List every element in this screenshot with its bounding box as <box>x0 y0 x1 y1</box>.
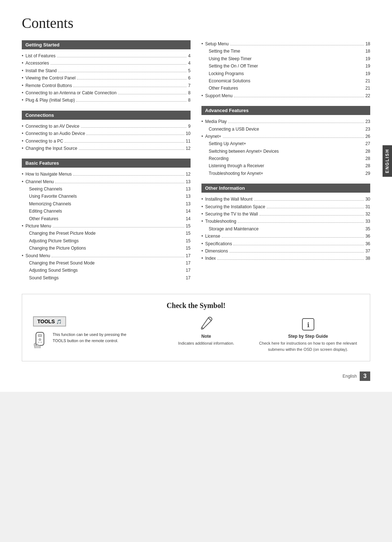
note-icon <box>198 316 214 334</box>
tools-description: This function can be used by pressing th… <box>53 332 126 344</box>
svg-point-2 <box>39 338 41 341</box>
english-tab: ENGLISH <box>383 145 392 177</box>
list-item: List of Features 4 <box>22 52 191 59</box>
list-item: Installing the Wall Mount 30 <box>201 196 370 203</box>
picture-menu-sub: Changing the Preset Picture Mode15 Adjus… <box>22 230 191 252</box>
list-item: Changing the Preset Picture Mode15 <box>29 230 191 237</box>
tools-icon: 🎵 <box>56 319 62 324</box>
list-item: Securing the Installation Space 31 <box>201 203 370 210</box>
other-info-list: Installing the Wall Mount 30 Securing th… <box>201 196 370 262</box>
list-item: Connecting to an AV Device 9 <box>22 123 191 130</box>
setup-menu-sub: Setting the Time18 Using the Sleep Timer… <box>201 48 370 92</box>
list-item: Plug & Play (Initial Setup) 8 <box>22 97 191 104</box>
sound-menu-sub: Changing the Preset Sound Mode17 Adjusti… <box>22 259 191 282</box>
svg-rect-4 <box>40 342 42 343</box>
list-item: Sound Menu 17 <box>22 252 191 259</box>
list-item: Accessories 4 <box>22 59 191 67</box>
list-item: Storage and Maintenance35 <box>209 225 370 233</box>
list-item: Troubleshooting for Anynet+29 <box>209 170 370 177</box>
list-item: Setup Menu 18 <box>201 40 370 48</box>
advanced-features-list: Media Play 23 Connecting a USB Device23 … <box>201 118 370 177</box>
list-item: Memorizing Channels13 <box>29 200 191 208</box>
tools-row: This function can be used by pressing th… <box>33 332 126 348</box>
right-column: Setup Menu 18 Setting the Time18 Using t… <box>201 40 370 283</box>
step-guide-symbol: ℹ Step by Step Guide Check here for inst… <box>257 316 359 352</box>
list-item: Switching between Anynet+ Devices28 <box>209 148 370 155</box>
list-item: Support Menu 22 <box>201 92 370 99</box>
step-guide-icon: ℹ <box>300 316 316 334</box>
list-item: Changing the Input Source 12 <box>22 145 191 152</box>
check-symbol-title: Check the Symbol! <box>33 301 359 310</box>
list-item: Recording28 <box>209 155 370 162</box>
note-description: Indicates additional information. <box>178 340 234 346</box>
list-item: Specifications 36 <box>201 240 370 247</box>
list-item: Remote Control Buttons 7 <box>22 82 191 89</box>
list-item: Dimensions 37 <box>201 247 370 255</box>
page: ENGLISH Contents Getting Started List of… <box>0 0 392 392</box>
list-item: Setting the Time18 <box>209 48 370 55</box>
step-guide-label: Step by Step Guide <box>288 334 328 339</box>
media-play-sub: Connecting a USB Device23 <box>201 126 370 133</box>
list-item: Adjusting Picture Settings15 <box>29 237 191 245</box>
section-connections: Connections <box>22 111 191 120</box>
note-symbol: Note Indicates additional information. <box>155 316 257 346</box>
footer-page-number: 3 <box>360 371 370 381</box>
list-item: Seeing Channels13 <box>29 185 191 193</box>
list-item: Connecting to an Antenna or Cable Connec… <box>22 89 191 97</box>
list-item: Anynet+ 26 <box>201 133 370 140</box>
channel-menu-sub: Seeing Channels13 Using Favorite Channel… <box>22 185 191 222</box>
list-item: Locking Programs19 <box>209 70 370 77</box>
list-item: Connecting to a PC 11 <box>22 137 191 145</box>
list-item: License 36 <box>201 233 370 240</box>
connections-list: Connecting to an AV Device 9 Connecting … <box>22 123 191 152</box>
list-item: Media Play 23 <box>201 118 370 125</box>
tools-symbol: TOOLS 🎵 <box>33 316 155 348</box>
tools-label: TOOLS 🎵 <box>33 316 66 327</box>
list-item: Securing the TV to the Wall 32 <box>201 210 370 218</box>
list-item: Troubleshooting 33 <box>201 218 370 225</box>
section-getting-started: Getting Started <box>22 40 191 49</box>
getting-started-list: List of Features 4 Accessories 4 Install… <box>22 52 191 104</box>
page-indicator: English 3 <box>343 371 370 381</box>
tools-remote-icon <box>33 332 47 348</box>
svg-rect-3 <box>38 342 40 343</box>
list-item: Channel Menu 13 <box>22 178 191 185</box>
list-item: Using the Sleep Timer19 <box>209 55 370 62</box>
list-item: How to Navigate Menus 12 <box>22 171 191 178</box>
list-item: Economical Solutions21 <box>209 77 370 85</box>
svg-text:ℹ: ℹ <box>307 321 309 329</box>
section-advanced-features: Advanced Features <box>201 106 370 115</box>
section-other-info: Other Information <box>201 184 370 193</box>
page-footer: English 3 <box>22 369 370 381</box>
svg-rect-1 <box>38 334 42 337</box>
note-label: Note <box>201 334 211 339</box>
troubleshooting-sub: Storage and Maintenance35 <box>201 225 370 233</box>
list-item: Editing Channels14 <box>29 208 191 215</box>
step-guide-description: Check here for instructions on how to op… <box>257 340 359 352</box>
list-item: Picture Menu 15 <box>22 222 191 230</box>
list-item: Other Features21 <box>209 85 370 92</box>
list-item: Connecting a USB Device23 <box>209 126 370 133</box>
list-item: Adjusting Sound Settings17 <box>29 267 191 274</box>
list-item: Changing the Preset Sound Mode17 <box>29 259 191 267</box>
symbol-grid: TOOLS 🎵 <box>33 316 359 352</box>
list-item: Setting the On / Off Timer19 <box>209 62 370 70</box>
section-basic-features: Basic Features <box>22 159 191 168</box>
list-item: Viewing the Control Panel 6 <box>22 74 191 82</box>
list-item: Install the Stand 5 <box>22 67 191 74</box>
list-item: Connecting to an Audio Device 10 <box>22 130 191 137</box>
basic-features-list: How to Navigate Menus 12 Channel Menu 13… <box>22 171 191 282</box>
right-top-list: Setup Menu 18 Setting the Time18 Using t… <box>201 40 370 99</box>
check-symbol-section: Check the Symbol! TOOLS 🎵 <box>22 294 370 361</box>
list-item: Index 38 <box>201 255 370 262</box>
footer-language: English <box>343 374 357 379</box>
list-item: Sound Settings17 <box>29 274 191 282</box>
left-column: Getting Started List of Features 4 Acces… <box>22 40 191 283</box>
list-item: Other Features14 <box>29 215 191 222</box>
list-item: Changing the Picture Options15 <box>29 245 191 252</box>
list-item: Using Favorite Channels13 <box>29 193 191 200</box>
list-item: Listening through a Receiver28 <box>209 162 370 169</box>
page-title: Contents <box>22 15 370 32</box>
list-item: Setting Up Anynet+27 <box>209 140 370 147</box>
contents-layout: Getting Started List of Features 4 Acces… <box>22 40 370 283</box>
